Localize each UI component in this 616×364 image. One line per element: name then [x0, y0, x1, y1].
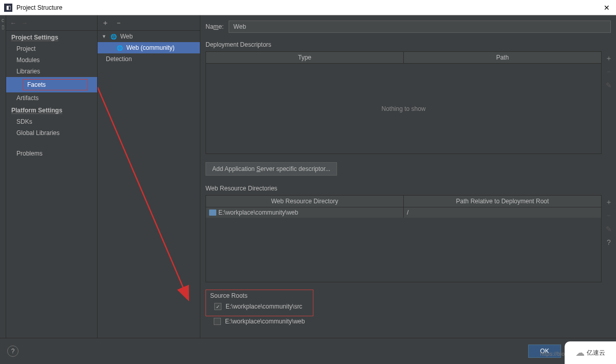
source-root-1[interactable]: E:\workplace\community\src [210, 301, 309, 312]
table-row[interactable]: E:\workplace\community\web / [206, 207, 601, 218]
tree-column: ＋ － ▼ 🌐 Web 🌐 Web (community) Detection [98, 15, 200, 338]
deployment-table: Type Path Nothing to show [206, 51, 602, 154]
nav-item-facets[interactable]: Facets [6, 77, 97, 92]
th-rel: Path Relative to Deployment Root [404, 196, 601, 207]
th-path: Path [404, 52, 601, 63]
checkbox-checked-icon[interactable] [214, 303, 221, 310]
source-roots-title: Source Roots [210, 292, 309, 299]
nav-item-global-libraries[interactable]: Global Libraries [6, 127, 97, 139]
main-area: c▯ ← → Project Settings Project Modules … [0, 15, 616, 338]
window-title: Project Structure [16, 4, 602, 11]
add-webres-icon[interactable]: ＋ [605, 198, 613, 206]
help-webres-icon[interactable]: ? [605, 238, 613, 246]
facets-highlight-box: Facets [23, 79, 88, 90]
webres-side-buttons: ＋ － ✎ ? [602, 195, 616, 282]
content-pane: Name: Deployment Descriptors Type Path N… [200, 15, 616, 338]
add-icon[interactable]: ＋ [102, 18, 109, 28]
tree-child-web-community[interactable]: 🌐 Web (community) [98, 42, 200, 53]
edit-webres-icon[interactable]: ✎ [605, 225, 613, 233]
name-row: Name: [206, 21, 616, 33]
nav-item-problems[interactable]: Problems [6, 148, 97, 159]
web-resource-title: Web Resource Directories [206, 185, 616, 192]
nav-item-libraries[interactable]: Libraries [6, 66, 97, 77]
back-icon[interactable]: ← [10, 20, 16, 27]
nav-item-sdks[interactable]: SDKs [6, 116, 97, 127]
remove-descriptor-icon[interactable]: － [605, 68, 613, 76]
deployment-descriptors-title: Deployment Descriptors [206, 41, 616, 48]
nav-item-modules[interactable]: Modules [6, 54, 97, 66]
nav-toolbar: ← → [6, 15, 97, 31]
tree-toolbar: ＋ － [98, 15, 200, 31]
gutter: c▯ [0, 15, 6, 338]
web-module-icon: 🌐 [116, 44, 123, 51]
remove-webres-icon[interactable]: － [605, 212, 613, 220]
source-roots-section: Source Roots E:\workplace\community\src … [206, 288, 616, 327]
name-input[interactable] [229, 21, 611, 33]
footer: ? OK Cancel [0, 338, 616, 364]
tree-root-web[interactable]: ▼ 🌐 Web [98, 31, 200, 42]
tree-detection[interactable]: Detection [98, 53, 200, 65]
app-icon: ◧ [4, 4, 12, 12]
watermark-logo: ☁ 亿速云 [565, 341, 616, 364]
nav-header-project: Project Settings [6, 31, 97, 43]
expand-icon[interactable]: ▼ [102, 34, 107, 39]
web-icon: 🌐 [110, 33, 117, 40]
nav-item-artifacts[interactable]: Artifacts [6, 92, 97, 104]
source-roots-highlight: Source Roots E:\workplace\community\src [206, 290, 313, 316]
edit-descriptor-icon[interactable]: ✎ [605, 81, 613, 89]
add-descriptor-icon[interactable]: ＋ [605, 54, 613, 63]
source-root-2[interactable]: E:\workplace\community\web [206, 316, 616, 327]
help-icon[interactable]: ? [7, 346, 18, 357]
nav-header-platform: Platform Settings [6, 104, 97, 116]
remove-icon[interactable]: － [115, 18, 122, 28]
close-icon[interactable]: ✕ [602, 4, 612, 12]
th-wrd: Web Resource Directory [206, 196, 404, 207]
add-app-server-button[interactable]: Add Application Server specific descript… [206, 162, 337, 176]
title-bar: ◧ Project Structure ✕ [0, 0, 616, 15]
folder-icon [209, 209, 216, 216]
checkbox-icon[interactable] [214, 318, 221, 325]
cloud-icon: ☁ [575, 347, 585, 358]
forward-icon[interactable]: → [22, 20, 28, 27]
deployment-empty: Nothing to show [206, 64, 601, 154]
nav-column: ← → Project Settings Project Modules Lib… [6, 15, 98, 338]
th-type: Type [206, 52, 404, 63]
nav-item-project[interactable]: Project [6, 43, 97, 54]
deployment-side-buttons: ＋ － ✎ [602, 51, 616, 154]
web-resource-table: Web Resource Directory Path Relative to … [206, 195, 602, 282]
name-label: Name: [206, 23, 223, 30]
